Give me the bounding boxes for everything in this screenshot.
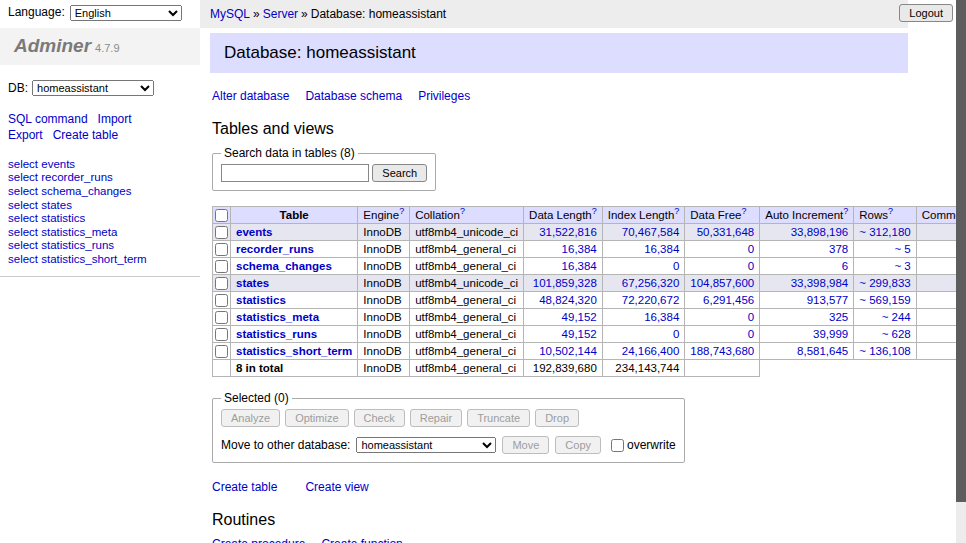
table-name-link[interactable]: statistics_meta [236,311,319,323]
engine-cell: InnoDB [358,309,410,326]
table-name-link[interactable]: states [236,277,269,289]
sidebar-table-link[interactable]: select recorder_runs [8,171,200,184]
row-checkbox[interactable] [215,294,228,307]
auto-increment-cell: 33,898,196 [760,224,854,241]
language-select[interactable]: English [70,5,182,21]
data-length-cell: 101,859,328 [524,275,603,292]
table-name-link[interactable]: statistics [236,294,286,306]
db-selector-row: DB: homeassistant [0,65,200,96]
row-checkbox[interactable] [215,345,228,358]
logout-button[interactable]: Logout [899,4,953,22]
auto-increment-cell: 913,577 [760,292,854,309]
rows-count-link[interactable]: ~ 312,180 [854,224,916,241]
table-name-link[interactable]: schema_changes [236,260,332,272]
sidebar-table-link[interactable]: select events [8,158,200,171]
db-nav-link[interactable]: Database schema [305,89,402,103]
total-index-length: 234,143,744 [602,360,685,377]
breadcrumb-mysql-link[interactable]: MySQL [210,7,250,21]
row-checkbox[interactable] [215,311,228,324]
table-name-link[interactable]: statistics_runs [236,328,317,340]
routine-link[interactable]: Create procedure [212,537,305,543]
db-nav-link[interactable]: Privileges [418,89,470,103]
table-row: events InnoDB utf8mb4_unicode_ci 31,522,… [213,224,966,241]
sidebar-table-link[interactable]: select states [8,199,200,212]
table-name-cell: recorder_runs [231,241,358,258]
breadcrumb-current: Database: homeassistant [311,7,446,21]
breadcrumb-server-link[interactable]: Server [263,7,298,21]
data-free-cell: 188,743,680 [685,343,760,360]
sidebar-action-link[interactable]: SQL command [8,112,88,126]
table-body: events InnoDB utf8mb4_unicode_ci 31,522,… [213,224,966,360]
sidebar-table-link[interactable]: select schema_changes [8,185,200,198]
rows-count-link[interactable]: ~ 299,833 [854,275,916,292]
engine-cell: InnoDB [358,241,410,258]
rows-count-link[interactable]: ~ 3 [854,258,916,275]
table-row: statistics_meta InnoDB utf8mb4_general_c… [213,309,966,326]
vertical-scrollbar[interactable] [956,0,966,543]
help-icon[interactable]: ? [399,206,404,216]
data-free-cell: 50,331,648 [685,224,760,241]
row-checkbox[interactable] [215,243,228,256]
sidebar-table-link[interactable]: select statistics_short_term [8,253,200,266]
auto-increment-cell: 39,999 [760,326,854,343]
sidebar-action-link[interactable]: Create table [53,128,118,142]
sidebar-table-link[interactable]: select statistics_meta [8,226,200,239]
table-row: states InnoDB utf8mb4_unicode_ci 101,859… [213,275,966,292]
main-content: Database: homeassistant Alter databaseDa… [200,28,966,543]
create-link[interactable]: Create view [305,480,368,494]
row-checkbox[interactable] [215,328,228,341]
tables-heading: Tables and views [212,120,908,138]
db-nav-link[interactable]: Alter database [212,89,289,103]
help-icon[interactable]: ? [888,206,893,216]
help-icon[interactable]: ? [843,206,848,216]
column-header-label: Index Length [608,209,675,221]
rows-count-link[interactable]: ~ 569,159 [854,292,916,309]
collation-cell: utf8mb4_unicode_ci [410,275,524,292]
help-icon[interactable]: ? [592,206,597,216]
sidebar-table-links: select eventsselect recorder_runsselect … [0,158,200,277]
column-header: Rows? [854,207,916,224]
row-checkbox[interactable] [215,277,228,290]
db-select[interactable]: homeassistant [32,80,154,96]
rows-count-link[interactable]: ~ 5 [854,241,916,258]
sidebar-table-link[interactable]: select statistics_runs [8,239,200,252]
selected-action-button: Repair [410,409,462,427]
help-icon[interactable]: ? [674,206,679,216]
index-length-cell: 16,384 [602,309,685,326]
table-name-link[interactable]: statistics_short_term [236,345,352,357]
select-all-checkbox[interactable] [215,209,228,222]
move-db-select[interactable]: homeassistant [356,437,496,453]
total-data-free [685,360,760,377]
table-name-link[interactable]: recorder_runs [236,243,314,255]
selected-buttons: AnalyzeOptimizeCheckRepairTruncateDrop [221,409,676,427]
row-checkbox[interactable] [215,260,228,273]
routine-link[interactable]: Create function [321,537,402,543]
table-name-link[interactable]: events [236,226,272,238]
sidebar-action-link[interactable]: Export [8,128,43,142]
auto-increment-cell: 325 [760,309,854,326]
scrollbar-thumb[interactable] [956,0,966,502]
rows-count-link[interactable]: ~ 244 [854,309,916,326]
sidebar-action-link[interactable]: Import [98,112,132,126]
data-free-cell: 0 [685,258,760,275]
overwrite-label: overwrite [627,438,676,452]
total-collation: utf8mb4_general_ci [410,360,524,377]
adminer-logo-link[interactable]: Adminer [14,35,91,56]
overwrite-checkbox[interactable] [611,439,624,452]
search-button[interactable]: Search [372,164,427,182]
row-checkbox[interactable] [215,226,228,239]
sidebar-table-link[interactable]: select statistics [8,212,200,225]
routine-links: Create procedureCreate function [212,537,908,543]
create-link[interactable]: Create table [212,480,277,494]
help-icon[interactable]: ? [741,206,746,216]
rows-count-link[interactable]: ~ 136,108 [854,343,916,360]
column-header: Table [231,207,358,224]
rows-count-link[interactable]: ~ 628 [854,326,916,343]
top-bar: Language: English MySQL»Server»Database:… [0,0,966,28]
help-icon[interactable]: ? [460,206,465,216]
data-length-cell: 10,502,144 [524,343,603,360]
search-input[interactable] [221,164,369,182]
selected-action-button: Analyze [221,409,280,427]
table-row: recorder_runs InnoDB utf8mb4_general_ci … [213,241,966,258]
engine-cell: InnoDB [358,292,410,309]
